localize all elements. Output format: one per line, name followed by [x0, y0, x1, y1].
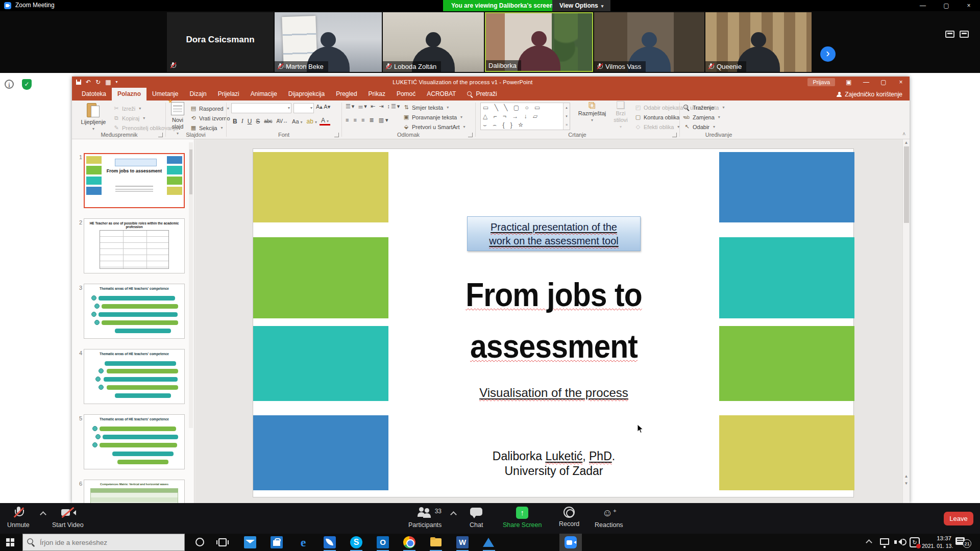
slide-bar[interactable]: [253, 152, 388, 222]
font-size-combobox[interactable]: [293, 103, 314, 113]
find-button[interactable]: Traženje: [683, 103, 720, 112]
participant-tile[interactable]: Queenie: [705, 12, 812, 72]
tab-dizajn[interactable]: Dizajn: [184, 88, 212, 101]
slide-thumbnail-6[interactable]: Competences Matrix: Vertical and horizon…: [84, 480, 185, 503]
task-view-icon[interactable]: [218, 538, 227, 546]
caret-app-icon[interactable]: [483, 538, 494, 547]
ribbon-display-options-icon[interactable]: ▣: [840, 79, 857, 86]
record-button[interactable]: Record: [559, 507, 579, 528]
slide-bar[interactable]: [719, 326, 854, 401]
convert-smartart-button[interactable]: ⬙Pretvori u SmartArt: [403, 122, 465, 132]
ppt-restore-button[interactable]: ▢: [875, 79, 892, 86]
participant-tile[interactable]: Marton Beke: [275, 12, 382, 72]
store-app-icon[interactable]: [271, 536, 283, 548]
sync-notification-icon[interactable]: ↻: [910, 537, 920, 547]
participant-tile[interactable]: Vilmos Vass: [594, 12, 704, 72]
scrollbar-thumb[interactable]: [904, 146, 909, 223]
encryption-shield-icon[interactable]: ✓: [22, 79, 32, 90]
skype-app-icon[interactable]: S: [350, 536, 362, 548]
slide-thumbnail-4[interactable]: Thematic areas of HE teachers' competenc…: [84, 349, 185, 404]
tab-dijaprojekcija[interactable]: Dijaprojekcija: [283, 88, 330, 101]
taskbar-clock[interactable]: 13:37 2021. 01. 13.: [922, 535, 951, 550]
collapse-ribbon-icon[interactable]: ˄: [902, 131, 905, 137]
highlight-color-button[interactable]: ab: [305, 118, 318, 125]
taskbar-search[interactable]: [22, 534, 185, 551]
view-options-dropdown[interactable]: View Options: [552, 0, 610, 11]
audio-options-caret[interactable]: [40, 511, 46, 518]
previous-slide-icon[interactable]: ▲: [903, 474, 910, 479]
slideshow-icon[interactable]: ▦: [105, 77, 111, 88]
layout-button[interactable]: ▤Raspored: [190, 104, 230, 113]
slide-thumbnail-1[interactable]: From jobs to assessment: [84, 153, 185, 208]
word-app-icon[interactable]: W: [456, 536, 469, 548]
tab-animacije[interactable]: Animacije: [245, 88, 283, 101]
grow-shrink-font-buttons[interactable]: A▴ A▾: [316, 104, 330, 110]
slide-author[interactable]: Daliborka Luketić, PhD. University of Za…: [388, 449, 719, 479]
gallery-view-icon[interactable]: [945, 31, 954, 38]
quick-styles-button[interactable]: ❏ Brzi stilovi▾: [609, 102, 632, 130]
slide-thumbnail-3[interactable]: Thematic areas of HE teachers' competenc…: [84, 284, 185, 339]
share-document-button[interactable]: Zajedničko korištenje: [837, 88, 910, 101]
file-explorer-icon[interactable]: [430, 536, 442, 548]
drawing-dialog-launcher[interactable]: [672, 133, 677, 137]
redo-icon[interactable]: ↻: [95, 77, 101, 88]
text-direction-button[interactable]: ⇅Smjer teksta: [403, 103, 465, 112]
ppt-minimize-button[interactable]: —: [857, 79, 875, 86]
zoom-taskbar-tile[interactable]: [559, 534, 582, 551]
leave-button[interactable]: Leave: [944, 512, 973, 525]
share-screen-button[interactable]: ↑ Share Screen: [503, 507, 542, 529]
ribbon-search[interactable]: Pretraži: [461, 88, 502, 101]
window-minimize-button[interactable]: —: [912, 0, 934, 11]
change-case-button[interactable]: Aa: [290, 118, 304, 124]
font-color-button[interactable]: A: [320, 117, 330, 126]
slide-thumbnail-5[interactable]: Thematic areas of HE teachers' competenc…: [84, 414, 185, 469]
outlook-app-icon[interactable]: O: [377, 536, 389, 548]
chat-button[interactable]: Chat: [470, 507, 483, 529]
bullets-numbering-indent-buttons[interactable]: ☰▾ ⚌▾ ⇤ ⇥ ↕☰▾: [346, 103, 401, 110]
slide-bar[interactable]: [253, 237, 388, 318]
shapes-gallery[interactable]: ▭ ╲ ╲ ▢ ○ ▭ △ ⌐ ¬ → ↓ ▱ ⌣ ⌢ { } ☆ ▴▾≡: [480, 103, 570, 130]
reset-button[interactable]: ⟲Vrati izvorno: [190, 113, 230, 123]
chrome-browser-icon[interactable]: [403, 536, 415, 548]
slide-bar[interactable]: [719, 152, 854, 222]
tab-prikaz[interactable]: Prikaz: [363, 88, 391, 101]
unmute-button[interactable]: Unmute: [7, 507, 30, 529]
notification-badge[interactable]: 21: [963, 539, 971, 548]
window-maximize-button[interactable]: ▢: [935, 0, 958, 11]
slide-bar[interactable]: [253, 326, 388, 401]
speaker-view-icon[interactable]: [960, 31, 969, 38]
character-spacing-button[interactable]: AV↔: [275, 118, 289, 124]
font-name-combobox[interactable]: [231, 103, 291, 113]
strikethrough-button[interactable]: S: [254, 118, 261, 125]
start-video-button[interactable]: Start Video: [52, 507, 84, 529]
tab-pregled[interactable]: Pregled: [330, 88, 362, 101]
italic-button[interactable]: I: [240, 117, 245, 125]
edge-browser-icon[interactable]: e: [297, 536, 309, 548]
shapes-scroll[interactable]: ▴▾≡: [563, 103, 570, 130]
hidden-icons-caret[interactable]: [866, 539, 872, 546]
tab-pomoc[interactable]: Pomoć: [391, 88, 421, 101]
slide-badge-textbox[interactable]: Practical presentation of the work on th…: [467, 216, 641, 251]
clipboard-dialog-launcher[interactable]: [158, 133, 163, 137]
slide-scrollbar[interactable]: ▲ ▲ ▼: [902, 139, 910, 503]
underline-button[interactable]: U: [246, 118, 254, 125]
alignment-buttons[interactable]: ≡ ≡ ≡ ≣ ▥▾: [346, 117, 390, 123]
shadow-button[interactable]: abc: [262, 118, 274, 124]
next-participants-arrow[interactable]: [820, 46, 836, 62]
align-text-button[interactable]: ▣Poravnanje teksta: [403, 112, 465, 122]
slide-bar[interactable]: [253, 415, 388, 490]
participants-button[interactable]: 33 Participants: [408, 507, 442, 529]
undo-icon[interactable]: ↶: [86, 77, 91, 88]
select-button[interactable]: ↖Odabir: [683, 122, 720, 132]
reactions-button[interactable]: ☺ Reactions: [595, 507, 623, 529]
slide[interactable]: Practical presentation of the work on th…: [253, 148, 854, 497]
bold-button[interactable]: B: [231, 118, 239, 125]
participant-tile[interactable]: Dora Csicsmann: [167, 12, 274, 72]
arrange-button[interactable]: ⧉ Razmještaj▾: [576, 102, 608, 123]
paste-button[interactable]: Lijepljenje▾: [77, 102, 110, 132]
slide-thumbnail-2[interactable]: HE Teacher as one of possible roles with…: [84, 218, 185, 273]
search-input[interactable]: [39, 538, 166, 547]
thumbnail-scrollbar[interactable]: [189, 142, 193, 428]
participant-tile-active-speaker[interactable]: Daliborka: [485, 12, 593, 72]
scroll-up-icon[interactable]: ▲: [903, 140, 910, 145]
